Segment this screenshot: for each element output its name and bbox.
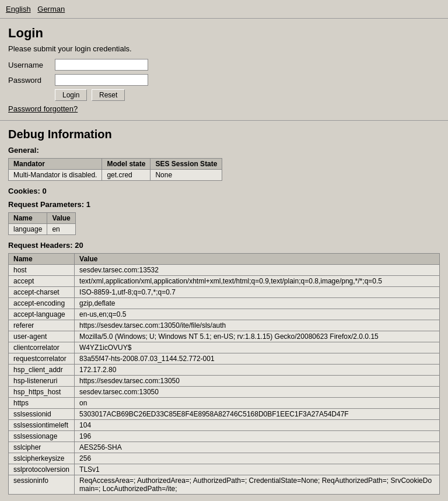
table-row: accept-languageen-us,en;q=0.5	[9, 309, 440, 320]
table-row: sslsessiontimeleft104	[9, 420, 440, 431]
password-input[interactable]	[55, 74, 148, 86]
password-label: Password	[8, 76, 55, 85]
table-row: requestcorrelator83a55f47-hts-2008.07.03…	[9, 353, 440, 365]
table-row: accepttext/xml,application/xml,applicati…	[9, 276, 440, 287]
table-row: languageen	[9, 224, 76, 235]
req-headers-label: Request Headers: 20	[8, 241, 440, 250]
table-row: httpson	[9, 398, 440, 409]
table-row: sessioninfoReqAccessArea=; AuthorizedAre…	[9, 475, 440, 495]
lang-german-link[interactable]: German	[37, 5, 65, 13]
login-title: Login	[8, 26, 440, 41]
table-row: accept-encodinggzip,deflate	[9, 298, 440, 309]
button-row: Login Reset	[55, 89, 440, 101]
table-row: refererhttps://sesdev.tarsec.com:13050/i…	[9, 320, 440, 331]
forgot-password-link[interactable]: Password forgotten?	[8, 104, 78, 113]
general-table: Mandator Model state SES Session State M…	[8, 158, 222, 181]
login-form: Username Password	[8, 59, 440, 86]
table-row: user-agentMozilla/5.0 (Windows; U; Windo…	[9, 331, 440, 342]
table-row: hsp-listenerurihttps://sesdev.tarsec.com…	[9, 376, 440, 387]
headers-col-name: Name	[9, 254, 75, 265]
debug-section: Debug Information General: Mandator Mode…	[0, 121, 448, 501]
table-row: hsp_https_hostsesdev.tarsec.com:13050	[9, 387, 440, 398]
table-row: sslsessionage196	[9, 431, 440, 442]
table-row: sslprotocolversionTLSv1	[9, 464, 440, 475]
reset-button[interactable]: Reset	[92, 89, 125, 101]
table-row: accept-charsetISO-8859-1,utf-8;q=0.7,*;q…	[9, 287, 440, 298]
password-row: Password	[8, 74, 440, 86]
lang-english-link[interactable]: English	[6, 5, 31, 13]
table-row: sslsessionid5303017ACB69BC26ED33C85E8F4E…	[9, 409, 440, 420]
params-table: Name Value languageen	[8, 212, 76, 235]
username-row: Username	[8, 59, 440, 71]
headers-col-value: Value	[75, 254, 440, 265]
login-subtitle: Please submit your login credentials.	[8, 44, 440, 53]
headers-table: Name Value hostsesdev.tarsec.com:13532ac…	[8, 253, 440, 495]
general-col-ses: SES Session State	[150, 159, 222, 170]
table-row: hostsesdev.tarsec.com:13532	[9, 265, 440, 276]
table-row: hsp_client_addr172.17.2.80	[9, 365, 440, 376]
login-section: Login Please submit your login credentia…	[0, 19, 448, 121]
general-col-model: Model state	[102, 159, 150, 170]
table-row: clientcorrelatorW4YZ1icOVUY$	[9, 342, 440, 353]
username-input[interactable]	[55, 59, 148, 71]
debug-title: Debug Information	[8, 128, 440, 141]
login-button[interactable]: Login	[55, 89, 87, 101]
general-col-mandator: Mandator	[9, 159, 102, 170]
table-row: Multi-Mandator is disabled.get.credNone	[9, 170, 222, 181]
general-label: General:	[8, 146, 440, 155]
username-label: Username	[8, 61, 55, 69]
params-col-value: Value	[47, 213, 75, 224]
table-row: sslcipherkeysize256	[9, 453, 440, 464]
table-row: sslcipherAES256-SHA	[9, 442, 440, 453]
language-bar: English German	[0, 0, 448, 19]
cookies-label: Cookies: 0	[8, 187, 440, 195]
params-col-name: Name	[9, 213, 47, 224]
req-params-label: Request Parameters: 1	[8, 200, 440, 209]
